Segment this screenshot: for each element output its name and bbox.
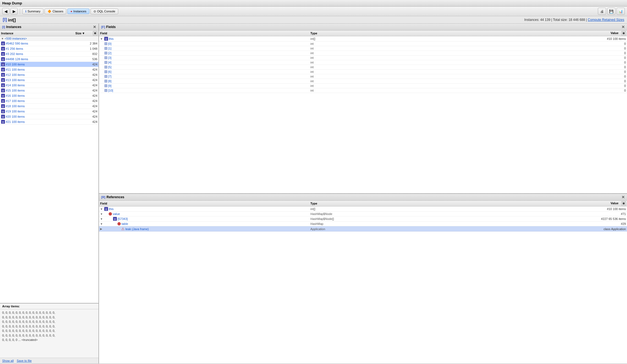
field-type-cell: int [310,89,468,92]
field-name-cell: [10] [100,89,310,92]
instance-size: 424 [75,68,97,71]
ref-name-cell: ▼[] [57343] [100,217,310,221]
field-value-cell: 0 [468,51,626,55]
instance-row[interactable]: [] #15 100 items 424 [0,88,98,93]
save-to-file-link[interactable]: Save to file [17,359,32,362]
field-type-cell: int [310,79,468,83]
instance-row[interactable]: [] #4498 128 items 536 [0,57,98,62]
int-array-icon: [] [1,83,5,87]
instance-row[interactable]: [] #10 100 items 424 [0,62,98,67]
int-array-icon: [] [113,217,117,221]
instance-name: [] #16 100 items [1,94,75,98]
export-references-button[interactable]: ⊞ [622,201,626,206]
field-icon [105,89,107,92]
expand-icon[interactable]: ▶ [100,227,102,230]
instance-name: [] #10 100 items [1,62,75,66]
references-table-row[interactable]: ▼ table HashMap #29 [99,222,627,226]
field-icon [105,42,107,45]
instances-panel-title: Instances [6,25,21,29]
instance-row[interactable]: [] #3 202 items 832 [0,51,98,57]
save-button[interactable]: 💾 [607,8,615,15]
instance-row[interactable]: [] #5462 590 items 2 384 [0,41,98,46]
ref-type-cell: Application [310,227,468,231]
fields-table-body[interactable]: ▼[] this int[] #10 100 items [0] int 0 [… [99,36,627,193]
instance-group-header[interactable]: ▼ <500 instances> [0,36,98,41]
instance-row[interactable]: [] #20 100 items 424 [0,114,98,119]
fields-close-button[interactable]: ✕ [622,25,625,29]
instance-row[interactable]: [] #19 100 items 424 [0,109,98,114]
expand-icon[interactable]: ▼ [100,222,103,225]
show-all-link[interactable]: Show all [2,359,14,362]
field-name-cell: [8] [100,79,310,83]
instance-row[interactable]: [] #14 100 items 424 [0,83,98,88]
references-table-row[interactable]: ▶⚠ leak (Java frame) Application class A… [99,226,627,232]
field-name-cell: [0] [100,42,310,45]
field-name-cell: [5] [100,65,310,69]
fields-table-row[interactable]: [0] int 0 [99,42,627,46]
ref-name-cell: ▼ table [100,222,310,225]
expand-icon[interactable]: ▼ [100,217,103,220]
group-collapse-icon[interactable]: ▼ [1,37,4,40]
references-col-value: Value ⊞ [468,201,626,206]
references-table-row[interactable]: ▼[] this int[] #10 100 items [99,206,627,212]
summary-button[interactable]: ℹ Summary [22,9,43,14]
instance-row[interactable]: [] #18 100 items 424 [0,104,98,109]
fields-table-row[interactable]: [7] int 0 [99,74,627,79]
array-items-panel: Array items: 0, 0, 0, 0, 0, 0, 0, 0, 0, … [0,303,98,363]
instance-row[interactable]: [] #11 100 items 424 [0,67,98,72]
field-value-cell: 0 [468,61,626,64]
field-icon [105,61,107,64]
field-value-cell: 0 [468,42,626,45]
compute-retained-sizes-link[interactable]: Compute Retained Sizes [588,18,624,22]
instances-close-button[interactable]: ✕ [93,25,96,29]
references-table-body[interactable]: ▼[] this int[] #10 100 items ▼ value Has… [99,206,627,363]
export-button[interactable]: 📊 [617,8,625,15]
expand-icon[interactable]: ▼ [100,208,103,211]
fields-table-row[interactable]: [6] int 0 [99,70,627,74]
fields-table-row[interactable]: [2] int 0 [99,51,627,56]
instance-list[interactable]: ▼ <500 instances> [] #5462 590 items 2 3… [0,36,98,303]
separator-1 [20,9,20,14]
expand-icon[interactable]: ▼ [100,213,103,216]
fields-table-row[interactable]: [3] int 0 [99,56,627,60]
export-fields-button[interactable]: ⊞ [622,31,626,35]
fields-table-row[interactable]: [9] int 0 [99,84,627,88]
instance-row[interactable]: [] #21 100 items 424 [0,119,98,125]
forward-button[interactable]: ▶ [10,8,18,15]
fields-col-headers: Field Type Value ⊞ [99,31,627,36]
instance-row[interactable]: [] #17 100 items 424 [0,98,98,104]
instance-row[interactable]: [] #16 100 items 424 [0,93,98,98]
class-icon: [I] [3,17,7,22]
fields-panel-icon: [F] [101,25,105,29]
instance-row[interactable]: [] #13 100 items 424 [0,78,98,83]
fields-table-row[interactable]: [8] int 0 [99,79,627,84]
int-array-icon: [] [1,52,5,56]
references-table-row[interactable]: ▼[] [57343] HashMap$Node[] #227 65 536 i… [99,216,627,222]
expand-icon[interactable]: ▼ [100,37,103,40]
fields-table-row[interactable]: [10] int 0 [99,88,627,93]
int-array-icon: [] [1,47,5,51]
instance-row[interactable]: [] #1 256 items 1 048 [0,46,98,51]
ref-type-cell: HashMap$Node [310,212,468,216]
references-close-button[interactable]: ✕ [622,195,625,199]
fields-table-row[interactable]: [5] int 0 [99,65,627,70]
oql-console-button[interactable]: ⊙ OQL Console [90,9,118,14]
instances-button[interactable]: ● Instances [67,9,89,14]
fields-table-row[interactable]: [1] int 0 [99,46,627,51]
instances-panel: [I] Instances ✕ Instance Size ▼ ⊞ ▼ <5 [0,24,98,303]
instance-name: [] #14 100 items [1,83,75,87]
col-size-header: Size ▼ ⊞ [75,31,97,35]
classes-button[interactable]: 🔶 Classes [45,9,66,14]
references-table-row[interactable]: ▼ value HashMap$Node #71 [99,212,627,216]
summary-icon: ℹ [25,10,26,13]
fields-table-row[interactable]: [4] int 0 [99,60,627,65]
print-button[interactable]: 🖨 [598,8,606,15]
back-button[interactable]: ◀ [2,8,9,15]
title-bar: Heap Dump [0,0,627,7]
instance-row[interactable]: [] #12 100 items 424 [0,72,98,78]
field-value-cell: #10 100 items [468,37,626,40]
instance-name: [] #13 100 items [1,78,75,82]
instance-size: 832 [75,52,97,56]
fields-table-row[interactable]: ▼[] this int[] #10 100 items [99,36,627,42]
export-instances-button[interactable]: ⊞ [93,31,97,35]
